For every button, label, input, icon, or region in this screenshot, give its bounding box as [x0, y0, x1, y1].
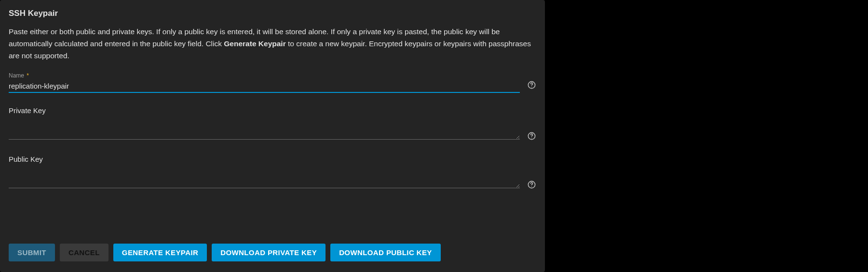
- panel-description: Paste either or both public and private …: [9, 26, 536, 62]
- private-key-field-group: Private Key: [9, 106, 536, 142]
- private-key-wrap: [9, 119, 520, 142]
- required-asterisk: *: [27, 72, 29, 79]
- public-key-input[interactable]: [9, 168, 520, 188]
- name-field-group: Name *: [9, 72, 536, 93]
- help-icon[interactable]: [527, 180, 536, 189]
- help-icon[interactable]: [527, 131, 536, 141]
- download-public-key-button[interactable]: DOWNLOAD PUBLIC KEY: [330, 244, 441, 261]
- name-label: Name *: [9, 72, 536, 79]
- description-bold: Generate Keypair: [224, 39, 285, 48]
- private-key-label: Private Key: [9, 106, 536, 115]
- public-key-label: Public Key: [9, 155, 536, 163]
- public-key-field-group: Public Key: [9, 155, 536, 190]
- name-label-text: Name: [9, 72, 24, 79]
- public-key-wrap: [9, 168, 520, 190]
- download-private-key-button[interactable]: DOWNLOAD PRIVATE KEY: [212, 244, 326, 261]
- svg-point-1: [531, 87, 531, 87]
- submit-button[interactable]: SUBMIT: [9, 244, 55, 261]
- panel-title: SSH Keypair: [9, 9, 536, 18]
- generate-keypair-button[interactable]: GENERATE KEYPAIR: [113, 244, 207, 261]
- svg-point-3: [531, 138, 531, 138]
- ssh-keypair-panel: SSH Keypair Paste either or both public …: [0, 0, 545, 272]
- svg-point-5: [531, 186, 531, 187]
- private-key-input[interactable]: [9, 119, 520, 140]
- button-row: SUBMIT CANCEL GENERATE KEYPAIR DOWNLOAD …: [9, 244, 441, 261]
- cancel-button[interactable]: CANCEL: [60, 244, 108, 261]
- help-icon[interactable]: [527, 80, 536, 90]
- name-input[interactable]: [9, 81, 520, 93]
